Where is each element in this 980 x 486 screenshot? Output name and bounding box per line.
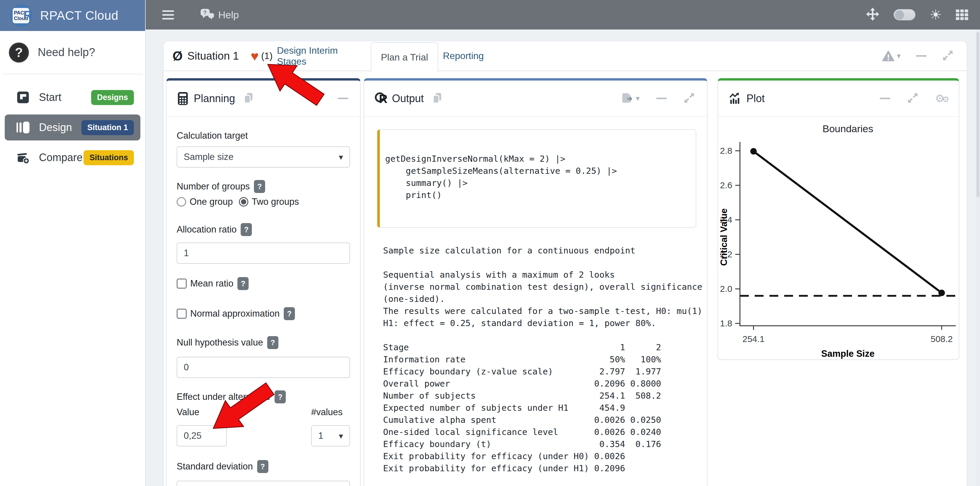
radio-circle-icon[interactable]	[177, 197, 186, 207]
number-of-groups-radios: One group Two groups	[177, 196, 350, 207]
tab-plan-a-trial[interactable]: Plan a Trial	[371, 42, 438, 72]
help-question-badge[interactable]: ?	[257, 460, 268, 473]
standard-deviation-label: Standard deviation?	[177, 461, 350, 472]
favorite-heart-icon[interactable]: ♥	[251, 50, 259, 62]
sidebar-item-label: Design	[39, 121, 72, 134]
expand-plot-button[interactable]	[907, 92, 919, 105]
sidebar-item-start[interactable]: Start Designs	[5, 84, 140, 110]
copy-icon[interactable]	[243, 92, 254, 105]
help-question-badge[interactable]: ?	[254, 180, 265, 193]
collapse-plot-button[interactable]	[880, 98, 890, 99]
svg-text:Critical Value: Critical Value	[719, 208, 729, 266]
collapse-planning-button[interactable]	[338, 98, 348, 99]
export-dropdown-button[interactable]: ▾	[622, 92, 640, 105]
vertical-scrollbar[interactable]	[976, 30, 980, 486]
radio-two-groups[interactable]: Two groups	[239, 196, 299, 207]
copy-icon[interactable]	[431, 92, 443, 105]
caret-down-icon: ▾	[339, 431, 343, 441]
plot-settings-gears-icon[interactable]: ⚙⚙	[935, 92, 947, 105]
favorite-count: (1)	[261, 51, 272, 61]
main-area: Ø Situation 1 ♥ (1) Design Interim Stage…	[146, 30, 980, 486]
rpact-logo-icon[interactable]: PACT Cloud R	[10, 5, 32, 27]
sidebar-item-compare[interactable]: Compare Situations	[5, 145, 140, 170]
file-export-icon	[622, 92, 633, 105]
help-button[interactable]: ? Help	[200, 7, 239, 22]
warning-triangle-icon	[882, 51, 894, 62]
effect-value-input[interactable]	[177, 425, 227, 446]
output-panel-header: R Output ▾	[364, 81, 707, 117]
compare-icon	[16, 151, 30, 164]
normal-approximation-checkbox[interactable]	[177, 309, 187, 319]
allocation-ratio-input[interactable]	[177, 242, 350, 264]
situation-heading: Ø Situation 1 ♥ (1)	[172, 41, 273, 70]
compare-badge: Situations	[83, 150, 134, 165]
svg-text:?: ?	[203, 10, 207, 16]
effect-nvalues-label: #values	[311, 406, 350, 418]
caret-down-icon: ▾	[636, 94, 640, 103]
sidebar-menu: Start Designs Design Situation 1 Compare…	[0, 74, 145, 170]
mean-ratio-checkbox[interactable]	[177, 279, 187, 288]
start-badge: Designs	[91, 90, 134, 105]
plot-title: Plot	[746, 92, 765, 105]
wrench-icon[interactable]	[310, 92, 321, 105]
situation-card: Ø Situation 1 ♥ (1) Design Interim Stage…	[164, 41, 967, 486]
collapse-card-button[interactable]	[916, 55, 927, 57]
plot-panel-header: Plot ⚙⚙	[718, 81, 959, 117]
start-icon	[16, 91, 30, 104]
warning-dropdown-button[interactable]: ▾	[882, 51, 900, 62]
svg-text:508.2: 508.2	[931, 334, 953, 344]
planning-form: Calculation target Sample size▾ Number o…	[167, 130, 360, 486]
tab-reporting[interactable]: Reporting	[444, 41, 483, 70]
tab-design-interim-stages[interactable]: Design Interim Stages	[277, 41, 363, 70]
r-code[interactable]: getDesignInverseNormal(kMax = 2) |> getS…	[385, 153, 690, 201]
sidebar-item-label: Compare	[39, 151, 83, 164]
help-question-badge[interactable]: ?	[237, 277, 248, 290]
menu-toggle-icon[interactable]	[162, 8, 174, 22]
help-question-badge[interactable]: ?	[284, 307, 295, 320]
scrollbar-thumb[interactable]	[977, 32, 979, 197]
svg-text:2.0: 2.0	[720, 284, 732, 293]
planning-title: Planning	[194, 92, 235, 105]
expand-output-button[interactable]	[683, 92, 695, 105]
question-mark-avatar-icon: ?	[9, 43, 29, 62]
r-code-block: getDesignInverseNormal(kMax = 2) |> getS…	[377, 129, 696, 228]
calculation-target-label: Calculation target	[177, 130, 350, 142]
calculator-icon	[177, 92, 188, 105]
normal-approximation-row: Normal approximation ?	[177, 307, 350, 320]
svg-text:2.6: 2.6	[720, 180, 732, 190]
boundaries-chart-svg: Boundaries1.82.02.22.42.62.8254.1508.2Sa…	[718, 117, 959, 359]
planning-panel: Planning Calculation target Sample s	[166, 78, 361, 486]
theme-sun-icon[interactable]: ☀	[929, 8, 942, 22]
svg-text:Boundaries: Boundaries	[822, 123, 873, 134]
expand-card-button[interactable]	[942, 49, 954, 62]
dark-mode-toggle[interactable]	[894, 9, 915, 20]
effect-value-label: Value	[177, 406, 227, 418]
svg-text:2.8: 2.8	[720, 146, 732, 156]
fullscreen-arrows-icon[interactable]	[866, 7, 880, 22]
help-bubbles-icon: ?	[200, 7, 215, 22]
help-question-badge[interactable]: ?	[275, 390, 286, 403]
effect-row: Value #values 1▾	[177, 406, 350, 446]
standard-deviation-input[interactable]	[177, 481, 350, 486]
mean-ratio-row: Mean ratio ?	[177, 277, 350, 290]
sidebar-item-label: Start	[39, 91, 61, 104]
radio-circle-icon[interactable]	[239, 197, 248, 207]
null-hypothesis-input[interactable]	[177, 357, 350, 378]
sidebar-item-design[interactable]: Design Situation 1	[5, 115, 140, 140]
situation-title: Situation 1	[187, 50, 239, 62]
number-of-groups-label: Number of groups?	[177, 181, 350, 193]
need-help-label: Need help?	[38, 46, 95, 59]
logo-r-glyph: R	[23, 8, 32, 22]
collapse-output-button[interactable]	[656, 98, 667, 99]
output-panel: R Output ▾	[364, 78, 708, 486]
radio-one-group[interactable]: One group	[177, 196, 233, 207]
help-question-badge[interactable]: ?	[267, 336, 278, 349]
planning-panel-header: Planning	[167, 81, 360, 117]
help-question-badge[interactable]: ?	[241, 223, 252, 236]
need-help-link[interactable]: ? Need help?	[0, 31, 145, 74]
apps-grid-icon[interactable]	[956, 10, 968, 20]
chart-icon	[729, 92, 741, 105]
effect-nvalues-select[interactable]: 1▾	[311, 425, 350, 446]
calculation-target-select[interactable]: Sample size▾	[177, 147, 350, 167]
tab-bar: Ø Situation 1 ♥ (1) Design Interim Stage…	[164, 41, 967, 71]
